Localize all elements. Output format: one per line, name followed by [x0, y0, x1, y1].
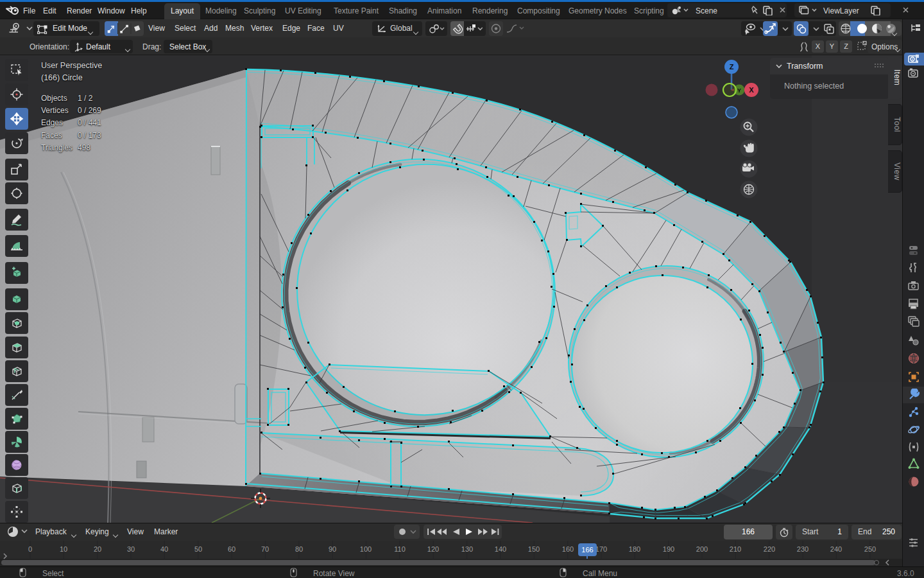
svg-text:Y: Y: [737, 87, 741, 94]
svg-text:X: X: [749, 86, 754, 94]
svg-text:Z: Z: [730, 63, 734, 71]
